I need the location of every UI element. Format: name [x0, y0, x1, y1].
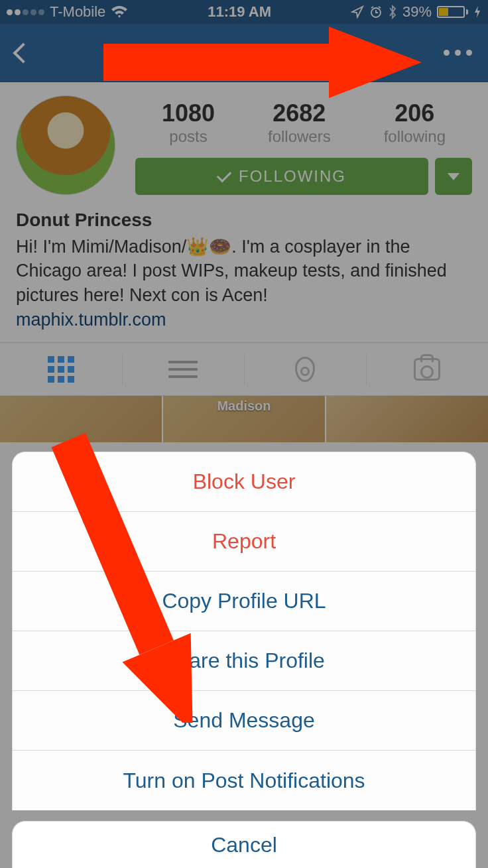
svg-rect-3: [52, 433, 174, 655]
turn-on-notifications-button[interactable]: Turn on Post Notifications: [13, 751, 475, 810]
annotation-arrow-icon: [41, 424, 213, 723]
annotation-arrow-icon: [103, 27, 422, 106]
cancel-button[interactable]: Cancel: [13, 822, 475, 868]
svg-marker-2: [329, 27, 422, 98]
svg-rect-1: [103, 44, 329, 81]
